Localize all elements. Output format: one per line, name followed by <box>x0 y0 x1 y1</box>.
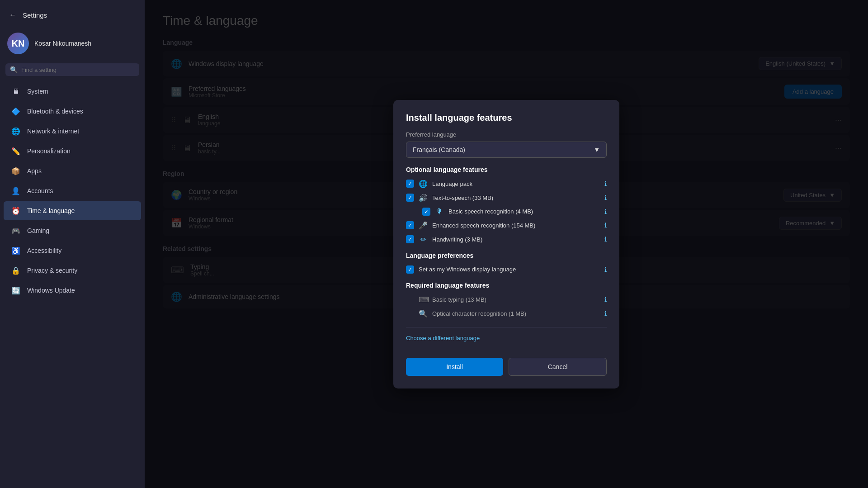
enhanced-speech-info-icon[interactable]: ℹ <box>604 222 607 229</box>
basic-speech-info-icon[interactable]: ℹ <box>604 208 607 215</box>
tts-checkbox[interactable]: ✓ <box>406 194 414 202</box>
sidebar-item-time-language[interactable]: ⏰ Time & language <box>4 201 141 220</box>
accessibility-icon: ♿ <box>11 246 21 256</box>
feature-row-lang-pack: ✓ 🌐 Language pack ℹ <box>406 177 607 191</box>
sidebar-item-apps[interactable]: 📦 Apps <box>4 161 141 180</box>
sidebar-item-label: Bluetooth & devices <box>27 108 83 115</box>
search-box[interactable]: 🔍 <box>5 63 139 76</box>
tts-icon: 🔊 <box>419 194 428 202</box>
sidebar-item-privacy[interactable]: 🔒 Privacy & security <box>4 261 141 280</box>
network-icon: 🌐 <box>11 126 21 136</box>
handwriting-info-icon[interactable]: ℹ <box>604 236 607 243</box>
basic-typing-info-icon[interactable]: ℹ <box>604 296 607 303</box>
preferred-lang-dialog-label: Preferred language <box>406 131 607 138</box>
enhanced-speech-label: Enhanced speech recognition (154 MB) <box>432 222 600 229</box>
sidebar-item-gaming[interactable]: 🎮 Gaming <box>4 221 141 240</box>
required-row-basic-typing: ⌨ Basic typing (13 MB) ℹ <box>406 293 607 307</box>
sidebar-item-system[interactable]: 🖥 System <box>4 82 141 101</box>
sidebar-item-accessibility[interactable]: ♿ Accessibility <box>4 241 141 260</box>
optional-features-title: Optional language features <box>406 166 607 173</box>
required-row-ocr: 🔍 Optical character recognition (1 MB) ℹ <box>406 307 607 321</box>
basic-speech-label: Basic speech recognition (4 MB) <box>448 208 600 215</box>
enhanced-speech-checkbox[interactable]: ✓ <box>406 221 414 229</box>
back-button[interactable]: ← <box>7 9 18 21</box>
search-icon: 🔍 <box>10 66 18 73</box>
basic-speech-checkbox[interactable]: ✓ <box>422 208 430 216</box>
handwriting-label: Handwriting (3 MB) <box>432 236 600 243</box>
sidebar-item-label: Accounts <box>27 187 53 194</box>
dialog-title: Install language features <box>406 113 607 123</box>
search-input[interactable] <box>21 66 135 73</box>
sidebar-item-label: Time & language <box>27 207 75 214</box>
gaming-icon: 🎮 <box>11 226 21 236</box>
feature-row-basic-speech: ✓ 🎙 Basic speech recognition (4 MB) ℹ <box>406 205 607 218</box>
sidebar: ← Settings KN Kosar Nikoumanesh 🔍 🖥 Syst… <box>0 0 145 488</box>
privacy-icon: 🔒 <box>11 265 21 275</box>
lang-pack-info-icon[interactable]: ℹ <box>604 180 607 187</box>
sidebar-item-label: System <box>27 88 48 95</box>
user-name: Kosar Nikoumanesh <box>34 40 91 47</box>
set-display-lang-checkbox[interactable]: ✓ <box>406 265 414 274</box>
tts-label: Text-to-speech (33 MB) <box>432 194 600 201</box>
set-display-lang-label: Set as my Windows display language <box>419 266 600 273</box>
sidebar-item-label: Windows Update <box>27 287 75 294</box>
dialog-overlay: Install language features Preferred lang… <box>145 0 868 488</box>
basic-typing-icon: ⌨ <box>419 295 428 304</box>
lang-pack-checkbox[interactable]: ✓ <box>406 180 414 188</box>
main-content: Time & language Language 🌐 Windows displ… <box>145 0 868 488</box>
lang-pack-label: Language pack <box>432 180 600 187</box>
sidebar-title: Settings <box>23 11 47 19</box>
system-icon: 🖥 <box>11 86 21 96</box>
sidebar-item-label: Privacy & security <box>27 267 77 274</box>
sidebar-item-label: Apps <box>27 167 42 175</box>
basic-speech-icon: 🎙 <box>435 208 444 216</box>
sidebar-item-label: Personalization <box>27 147 71 155</box>
choose-different-language-link[interactable]: Choose a different language <box>406 335 480 341</box>
sidebar-item-bluetooth[interactable]: 🔷 Bluetooth & devices <box>4 102 141 121</box>
language-selector-dropdown[interactable]: Français (Canada) ▼ <box>406 142 607 158</box>
accounts-icon: 👤 <box>11 186 21 196</box>
feature-row-tts: ✓ 🔊 Text-to-speech (33 MB) ℹ <box>406 191 607 205</box>
feature-row-enhanced-speech: ✓ 🎤 Enhanced speech recognition (154 MB)… <box>406 218 607 232</box>
sidebar-item-personalization[interactable]: ✏️ Personalization <box>4 142 141 161</box>
dialog-footer: Install Cancel <box>406 358 607 376</box>
bluetooth-icon: 🔷 <box>11 106 21 116</box>
avatar: KN <box>7 33 29 54</box>
sidebar-item-label: Accessibility <box>27 247 61 254</box>
required-features-title: Required language features <box>406 282 607 289</box>
handwriting-icon: ✏ <box>419 235 428 244</box>
sidebar-item-label: Network & internet <box>27 128 79 135</box>
sidebar-item-label: Gaming <box>27 227 49 234</box>
cancel-button[interactable]: Cancel <box>509 358 607 376</box>
dialog-divider <box>406 327 607 327</box>
ocr-info-icon[interactable]: ℹ <box>604 310 607 317</box>
sidebar-item-windows-update[interactable]: 🔄 Windows Update <box>4 281 141 300</box>
ocr-label: Optical character recognition (1 MB) <box>432 310 600 317</box>
handwriting-checkbox[interactable]: ✓ <box>406 235 414 243</box>
install-button[interactable]: Install <box>406 358 503 376</box>
feature-row-handwriting: ✓ ✏ Handwriting (3 MB) ℹ <box>406 232 607 246</box>
basic-typing-label: Basic typing (13 MB) <box>432 296 600 303</box>
enhanced-speech-icon: 🎤 <box>419 221 428 230</box>
lang-pack-icon: 🌐 <box>419 180 428 188</box>
lang-preferences-title: Language preferences <box>406 252 607 259</box>
set-display-lang-row: ✓ Set as my Windows display language ℹ <box>406 263 607 276</box>
personalization-icon: ✏️ <box>11 146 21 156</box>
ocr-icon: 🔍 <box>419 309 428 318</box>
tts-info-icon[interactable]: ℹ <box>604 194 607 201</box>
set-display-info-icon[interactable]: ℹ <box>604 266 607 273</box>
chevron-down-icon: ▼ <box>594 146 600 153</box>
sidebar-item-network[interactable]: 🌐 Network & internet <box>4 122 141 141</box>
sidebar-header: ← Settings <box>0 5 145 28</box>
windows-update-icon: 🔄 <box>11 285 21 295</box>
user-section: KN Kosar Nikoumanesh <box>0 28 145 63</box>
time-language-icon: ⏰ <box>11 206 21 216</box>
install-language-dialog: Install language features Preferred lang… <box>393 100 619 389</box>
apps-icon: 📦 <box>11 166 21 176</box>
sidebar-item-accounts[interactable]: 👤 Accounts <box>4 181 141 200</box>
selected-language-text: Français (Canada) <box>413 146 465 153</box>
